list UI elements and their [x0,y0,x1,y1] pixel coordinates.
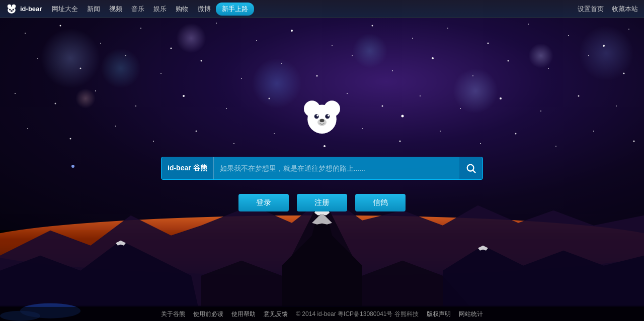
footer-link-help[interactable]: 使用帮助 [231,310,256,318]
bear-logo-icon [299,97,345,143]
copyright-text: © 2014 id-bear 粤ICP备13080041号 谷熊科技 [296,310,419,318]
footer: 关于谷熊 使用前必读 使用帮助 意见反馈 © 2014 id-bear 粤ICP… [0,307,644,321]
nav-item-新手上路[interactable]: 新手上路 [216,3,254,16]
logo-text: id-bear [20,5,42,13]
nav-links: 网址大全 新闻 视频 音乐 娱乐 购物 微博 新手上路 [48,3,578,16]
svg-point-4 [13,9,14,10]
register-button[interactable]: 注册 [297,194,347,211]
svg-point-91 [316,115,318,117]
nav-item-新闻[interactable]: 新闻 [83,3,104,16]
center-content: id-bear 谷熊 登录 注册 信鸽 [0,18,644,321]
svg-point-92 [328,115,330,117]
nav-right: 设置首页 收藏本站 [578,5,638,14]
svg-point-95 [467,165,474,171]
search-bar: id-bear 谷熊 [161,157,483,180]
svg-point-3 [9,9,11,10]
nav-item-视频[interactable]: 视频 [105,3,126,16]
footer-link-about[interactable]: 关于谷熊 [161,310,185,318]
bear-nav-icon [6,4,17,15]
search-button[interactable] [459,157,482,180]
footer-link-terms[interactable]: 使用前必读 [193,310,223,318]
footer-link-rights[interactable]: 版权声明 [427,310,451,318]
navbar: id-bear 网址大全 新闻 视频 音乐 娱乐 购物 微博 新手上路 设置首页… [0,0,644,18]
nav-item-网址大全[interactable]: 网址大全 [48,3,82,16]
set-homepage-link[interactable]: 设置首页 [578,5,604,14]
svg-point-89 [314,114,319,119]
login-button[interactable]: 登录 [238,194,289,211]
action-buttons: 登录 注册 信鸽 [238,194,406,211]
search-label: id-bear 谷熊 [162,157,214,179]
svg-point-94 [320,119,325,122]
footer-link-stats[interactable]: 网站统计 [459,310,483,318]
nav-item-购物[interactable]: 购物 [172,3,193,16]
svg-point-90 [325,114,330,119]
svg-line-96 [473,170,475,173]
nav-item-娱乐[interactable]: 娱乐 [149,3,171,16]
nav-item-微博[interactable]: 微博 [194,3,215,16]
nav-item-音乐[interactable]: 音乐 [127,3,148,16]
footer-link-feedback[interactable]: 意见反馈 [264,310,288,318]
svg-point-5 [11,10,13,12]
bookmark-link[interactable]: 收藏本站 [612,5,638,14]
search-input[interactable] [214,164,459,172]
logo-area: id-bear [6,4,42,15]
pigeon-button[interactable]: 信鸽 [355,194,406,211]
